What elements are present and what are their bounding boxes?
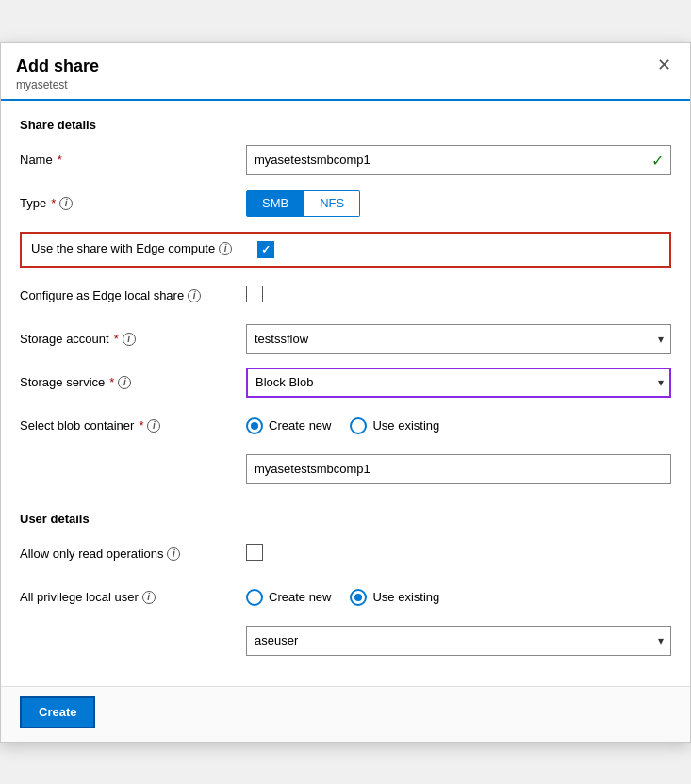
privilege-user-row: All privilege local user i Create new Us… xyxy=(20,582,671,612)
name-input[interactable] xyxy=(246,145,671,175)
type-required: * xyxy=(51,196,56,210)
blob-use-existing-label: Use existing xyxy=(372,418,439,433)
blob-name-control xyxy=(246,454,671,484)
smb-toggle[interactable]: SMB xyxy=(246,190,304,217)
read-only-label: Allow only read operations i xyxy=(20,547,246,561)
storage-service-control: Block Blob Page Blob Azure File ▾ xyxy=(246,368,671,398)
read-only-checkbox[interactable] xyxy=(246,544,263,561)
privilege-user-select-wrapper: aseuser ▾ xyxy=(246,626,671,656)
privilege-create-new-radio[interactable] xyxy=(246,589,263,606)
privilege-user-label: All privilege local user i xyxy=(20,590,246,604)
name-control: ✓ xyxy=(246,145,671,175)
edge-compute-control xyxy=(257,241,660,258)
read-only-row: Allow only read operations i xyxy=(20,539,671,569)
blob-use-existing-radio[interactable] xyxy=(350,417,367,434)
read-only-control xyxy=(246,544,671,564)
name-label: Name * xyxy=(20,153,246,167)
blob-create-new-option[interactable]: Create new xyxy=(246,417,331,434)
blob-container-radios: Create new Use existing xyxy=(246,417,671,434)
blob-name-input[interactable] xyxy=(246,454,671,484)
privilege-user-info-icon: i xyxy=(142,591,156,604)
dialog-subtitle: myasetest xyxy=(16,78,99,91)
storage-service-select-wrapper: Block Blob Page Blob Azure File ▾ xyxy=(246,368,671,398)
type-label: Type * i xyxy=(20,196,246,210)
blob-create-new-label: Create new xyxy=(269,418,331,433)
add-share-dialog: Add share myasetest ✕ Share details Name… xyxy=(0,42,691,743)
name-valid-icon: ✓ xyxy=(651,151,664,169)
blob-name-spacer xyxy=(20,454,246,484)
privilege-use-existing-option[interactable]: Use existing xyxy=(350,589,439,606)
type-toggle-group: SMB NFS xyxy=(246,190,671,217)
storage-account-row: Storage account * i testssflow ▾ xyxy=(20,324,671,354)
edge-compute-row: Use the share with Edge compute i xyxy=(20,232,671,268)
storage-service-select[interactable]: Block Blob Page Blob Azure File xyxy=(246,368,671,398)
privilege-user-select-control: aseuser ▾ xyxy=(246,626,671,656)
blob-container-radio-group: Create new Use existing xyxy=(246,417,671,434)
blob-container-required: * xyxy=(139,418,143,433)
dialog-footer: Create xyxy=(1,686,690,742)
privilege-user-radios: Create new Use existing xyxy=(246,589,671,606)
privilege-use-existing-radio[interactable] xyxy=(350,589,367,606)
configure-local-info-icon: i xyxy=(188,289,201,302)
blob-container-label: Select blob container * i xyxy=(20,418,246,433)
dialog-title: Add share xyxy=(16,57,99,76)
privilege-create-new-label: Create new xyxy=(269,590,331,604)
create-button[interactable]: Create xyxy=(20,696,95,728)
privilege-user-spacer xyxy=(20,626,246,656)
user-details-section-title: User details xyxy=(20,512,671,526)
type-info-icon: i xyxy=(59,197,73,210)
storage-service-label: Storage service * i xyxy=(20,375,246,389)
edge-compute-info-icon: i xyxy=(219,242,232,255)
configure-local-label: Configure as Edge local share i xyxy=(20,288,246,302)
privilege-use-existing-label: Use existing xyxy=(372,590,439,604)
name-required: * xyxy=(58,153,62,167)
storage-account-control: testssflow ▾ xyxy=(246,324,671,354)
storage-account-select-wrapper: testssflow ▾ xyxy=(246,324,671,354)
storage-service-row: Storage service * i Block Blob Page Blob… xyxy=(20,368,671,398)
storage-account-required: * xyxy=(114,332,119,346)
type-control: SMB NFS xyxy=(246,190,671,217)
name-row: Name * ✓ xyxy=(20,145,671,175)
edge-compute-checkbox[interactable] xyxy=(257,241,274,258)
name-input-wrapper: ✓ xyxy=(246,145,671,175)
close-button[interactable]: ✕ xyxy=(653,57,675,74)
storage-account-info-icon: i xyxy=(123,333,136,346)
privilege-create-new-option[interactable]: Create new xyxy=(246,589,331,606)
dialog-header: Add share myasetest ✕ xyxy=(1,43,690,101)
privilege-user-select[interactable]: aseuser xyxy=(246,626,671,656)
storage-service-required: * xyxy=(109,375,114,389)
edge-compute-label: Use the share with Edge compute i xyxy=(31,241,257,257)
privilege-user-radio-group: Create new Use existing xyxy=(246,589,671,606)
nfs-toggle[interactable]: NFS xyxy=(304,190,360,217)
read-only-info-icon: i xyxy=(167,547,180,561)
storage-account-select[interactable]: testssflow xyxy=(246,324,671,354)
privilege-user-select-row: aseuser ▾ xyxy=(20,626,671,656)
blob-container-info-icon: i xyxy=(147,419,160,433)
type-row: Type * i SMB NFS xyxy=(20,188,671,219)
configure-local-control xyxy=(246,286,671,305)
blob-use-existing-option[interactable]: Use existing xyxy=(350,417,439,434)
title-group: Add share myasetest xyxy=(16,57,99,99)
storage-account-label: Storage account * i xyxy=(20,332,246,346)
section-divider xyxy=(20,498,671,498)
storage-service-info-icon: i xyxy=(118,376,131,389)
share-details-section-title: Share details xyxy=(20,118,671,132)
dialog-body: Share details Name * ✓ Type * i xyxy=(1,101,690,686)
blob-name-row xyxy=(20,454,671,484)
blob-container-row: Select blob container * i Create new Use… xyxy=(20,411,671,441)
configure-local-checkbox[interactable] xyxy=(246,286,263,302)
configure-local-row: Configure as Edge local share i xyxy=(20,281,671,311)
blob-create-new-radio[interactable] xyxy=(246,417,263,434)
